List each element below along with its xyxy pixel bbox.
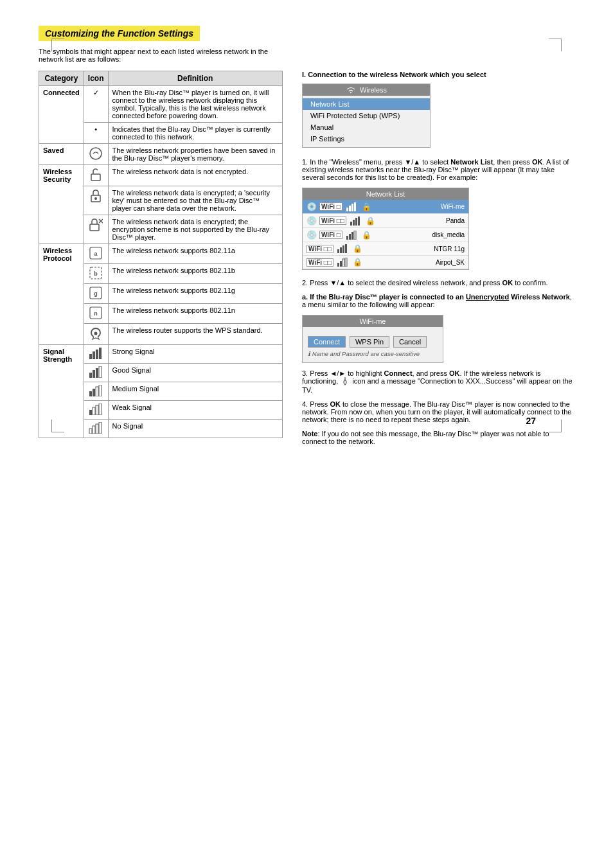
icon-strong-signal — [84, 345, 108, 364]
network-row-ntgr[interactable]: WiFi □□ 🔒 NTGR 11g — [303, 242, 468, 256]
svg-rect-22 — [96, 368, 98, 378]
svg-rect-54 — [342, 259, 344, 267]
wifi-label: WiFi □□ — [319, 217, 346, 225]
category-wireless-protocol: WirelessProtocol — [39, 244, 84, 345]
svg-point-15 — [94, 332, 98, 335]
wifi-label: WiFi □□ — [306, 245, 333, 253]
svg-rect-21 — [93, 370, 95, 378]
signal-icon — [350, 217, 363, 226]
svg-rect-43 — [358, 217, 360, 226]
icon-saved — [84, 144, 108, 165]
network-row-airport[interactable]: WiFi □□ 🔒 Airpot_SK — [303, 256, 468, 269]
svg-rect-33 — [93, 426, 95, 434]
connect-button[interactable]: Connect — [308, 336, 346, 348]
svg-text:g: g — [94, 290, 98, 297]
menu-item-wps[interactable]: WiFi Protected Setup (WPS) — [303, 110, 430, 121]
network-list-title: Network List — [303, 188, 468, 200]
wireless-menu-items: Network List WiFi Protected Setup (WPS) … — [303, 96, 430, 147]
step-a-header: a. If the Blu-ray Disc™ player is connec… — [302, 293, 574, 308]
svg-text:a: a — [94, 251, 98, 257]
disc-icon: 💿 — [306, 216, 317, 226]
svg-rect-27 — [99, 385, 102, 396]
svg-rect-48 — [337, 249, 339, 253]
svg-rect-25 — [93, 389, 95, 396]
network-name-4: NTGR 11g — [434, 245, 465, 252]
col-header-icon: Icon — [84, 71, 108, 86]
page-number: 27 — [526, 416, 536, 426]
svg-rect-18 — [96, 350, 98, 359]
svg-rect-45 — [349, 234, 351, 240]
col-header-definition: Definition — [108, 71, 282, 86]
lock-icon: 🔒 — [353, 258, 362, 267]
svg-rect-26 — [96, 387, 98, 396]
wifi-dialog-body: Connect WPS Pin Cancel ℹ Name and Passwo… — [303, 327, 443, 362]
table-row: Saved The wireless network properties ha… — [39, 144, 283, 165]
right-column: I. Connection to the wireless Network wh… — [302, 71, 574, 445]
def-signal-weak: Weak Signal — [108, 401, 282, 420]
svg-rect-20 — [89, 373, 92, 378]
wifi-label: WiFi □ — [319, 202, 342, 211]
icon-dot: • — [84, 123, 108, 144]
signal-icon — [337, 244, 350, 253]
svg-rect-47 — [354, 231, 356, 240]
svg-rect-49 — [340, 247, 342, 253]
wifi-dialog: WiFi-me Connect WPS Pin Cancel ℹ Name an… — [302, 315, 443, 363]
svg-rect-23 — [99, 366, 102, 378]
svg-rect-29 — [93, 407, 95, 415]
menu-item-ip-settings[interactable]: IP Settings — [303, 133, 430, 145]
icon-locked-x — [84, 215, 108, 244]
table-row: WirelessProtocol a The wireless network … — [39, 244, 283, 264]
cancel-button[interactable]: Cancel — [393, 336, 427, 348]
icon-checkmark: ✓ — [84, 86, 108, 123]
def-security-2: The wireless network data is encrypted; … — [108, 186, 282, 215]
table-row: WirelessSecurity The wireless network da… — [39, 165, 283, 186]
def-protocol-2: The wireless network supports 802.11b — [108, 264, 282, 284]
svg-rect-30 — [96, 405, 98, 415]
svg-rect-40 — [350, 222, 352, 226]
step-3: 3. Press ◄/► to highlight Connect, and p… — [302, 369, 574, 394]
svg-rect-51 — [345, 244, 347, 253]
wifi-dialog-title: WiFi-me — [303, 315, 443, 327]
def-protocol-3: The wireless network supports 802.11g — [108, 284, 282, 304]
wifi-label: WiFi □□ — [306, 258, 333, 267]
network-row-panda[interactable]: 💿 WiFi □□ 🔒 Panda — [303, 214, 468, 228]
svg-rect-32 — [89, 429, 92, 434]
menu-item-manual[interactable]: Manual — [303, 121, 430, 133]
def-connected-1: When the Blu-ray Disc™ player is turned … — [108, 86, 282, 123]
svg-rect-17 — [93, 351, 95, 359]
icon-wifi-a: a — [84, 244, 108, 264]
symbols-table: Category Icon Definition Connected ✓ Whe… — [39, 71, 283, 438]
disc-icon: 💿 — [306, 202, 317, 211]
icon-wps — [84, 324, 108, 345]
icon-unlocked — [84, 165, 108, 186]
network-row-wifi-me[interactable]: 💿 WiFi □ 🔒 WiFi-me — [303, 200, 468, 214]
svg-rect-1 — [91, 174, 100, 181]
def-protocol-4: The wireless network supports 802.11n — [108, 304, 282, 324]
category-connected: Connected — [39, 86, 84, 144]
step-1: 1. In the "Wireless" menu, press ▼/▲ to … — [302, 158, 574, 181]
svg-rect-24 — [89, 391, 92, 396]
wifi-dialog-buttons: Connect WPS Pin Cancel — [308, 336, 438, 348]
wifi-note: ℹ Name and Password are case-sensitive — [308, 350, 438, 357]
network-name-1: WiFi-me — [441, 203, 465, 210]
svg-rect-16 — [89, 354, 92, 359]
wireless-menu: Wireless Network List WiFi Protected Set… — [302, 84, 431, 148]
lock-icon: 🔒 — [366, 217, 375, 226]
table-row: Connected ✓ When the Blu-ray Disc™ playe… — [39, 86, 283, 123]
network-name-2: Panda — [446, 217, 465, 224]
def-security-1: The wireless network data is not encrypt… — [108, 165, 282, 186]
signal-icon — [346, 202, 359, 211]
wps-pin-button[interactable]: WPS Pin — [350, 336, 389, 348]
wireless-menu-title: Wireless — [303, 84, 430, 96]
icon-medium-signal — [84, 382, 108, 401]
def-signal-good: Good Signal — [108, 364, 282, 382]
category-saved: Saved — [39, 144, 84, 165]
network-name-3: disk_media — [432, 231, 465, 238]
network-list-box: Network List 💿 WiFi □ 🔒 WiFi-me — [302, 188, 469, 270]
network-row-disk-media[interactable]: 💿 WiFi □ 🔒 disk_media — [303, 228, 468, 242]
svg-rect-41 — [353, 220, 355, 226]
note-text: Note: If you do not see this message, th… — [302, 430, 574, 445]
intro-text: The symbols that might appear next to ea… — [39, 48, 283, 63]
def-protocol-1: The wireless network supports 802.11a — [108, 244, 282, 264]
menu-item-network-list[interactable]: Network List — [303, 98, 430, 110]
